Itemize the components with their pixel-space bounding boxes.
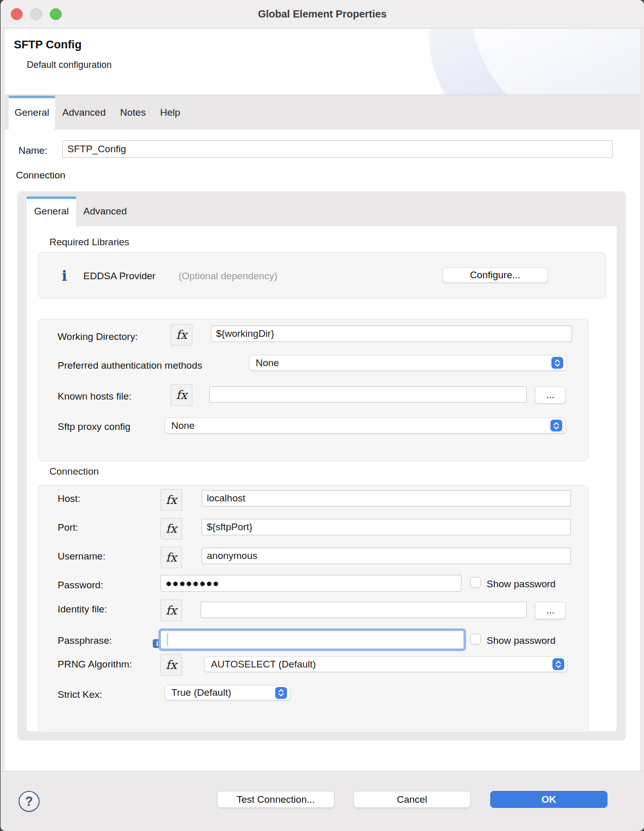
password-label: Password: <box>58 580 103 591</box>
password-dots: ●●●●●●●● <box>166 577 220 589</box>
strict-kex-value: True (Default) <box>171 687 275 698</box>
connection-group-label: Connection <box>16 170 65 181</box>
inner-tab-advanced-label: Advanced <box>83 206 127 217</box>
port-input[interactable]: ${sftpPort} <box>202 519 571 535</box>
minimize-window-icon[interactable] <box>30 8 42 20</box>
tab-general[interactable]: General <box>9 96 55 130</box>
tab-general-label: General <box>14 107 49 118</box>
fx-glyph: fx <box>166 551 176 564</box>
inner-general-panel: Required Libraries i EDDSA Provider (Opt… <box>27 226 617 731</box>
window-title: Global Element Properties <box>258 8 386 20</box>
required-libraries-heading: Required Libraries <box>49 237 129 248</box>
global-element-properties-dialog: Global Element Properties SFTP Config De… <box>0 0 644 831</box>
page-subtitle: Default configuration <box>27 60 112 70</box>
configure-button[interactable]: Configure... <box>442 267 548 283</box>
preferred-auth-select[interactable]: None <box>249 355 567 371</box>
prng-value: AUTOSELECT (Default) <box>211 659 552 670</box>
cancel-button[interactable]: Cancel <box>353 791 471 808</box>
working-directory-label: Working Directory: <box>58 331 138 342</box>
name-input[interactable]: SFTP_Config <box>62 140 613 158</box>
show-passphrase-checkbox[interactable] <box>470 634 481 644</box>
required-libraries-card: i EDDSA Provider (Optional dependency) C… <box>38 252 606 299</box>
general-settings-card: Working Directory: fx ${workingDir} Pref… <box>38 319 588 461</box>
identity-file-input[interactable] <box>201 602 527 618</box>
prng-label: PRNG Algorithm: <box>58 659 132 670</box>
identity-file-browse-button[interactable]: ... <box>535 602 566 619</box>
show-passphrase-label: Show password <box>487 635 556 646</box>
passphrase-input[interactable] <box>160 630 464 649</box>
strict-kex-label: Strict Kex: <box>58 689 102 700</box>
fx-glyph: fx <box>166 493 176 507</box>
known-hosts-label: Known hosts file: <box>58 391 132 402</box>
tab-help[interactable]: Help <box>153 96 187 130</box>
chevron-up-down-icon <box>551 357 563 369</box>
sftp-proxy-value: None <box>171 420 550 431</box>
tab-notes-label: Notes <box>120 107 146 118</box>
host-label: Host: <box>58 493 80 504</box>
identity-file-label: Identity file: <box>58 604 107 615</box>
connection-section-heading: Connection <box>49 466 99 477</box>
fx-expression-icon[interactable]: fx <box>160 654 182 676</box>
inner-tab-general-label: General <box>34 206 69 217</box>
fx-glyph: fx <box>176 328 187 341</box>
fx-glyph: fx <box>166 604 176 617</box>
ok-button[interactable]: OK <box>490 791 607 808</box>
fx-glyph: fx <box>176 388 187 402</box>
chevron-up-down-icon <box>275 687 287 699</box>
tab-advanced-label: Advanced <box>62 107 106 118</box>
username-label: Username: <box>58 551 105 562</box>
preferred-auth-value: None <box>256 357 551 369</box>
dialog-footer: ? Test Connection... Cancel OK <box>1 771 644 831</box>
info-glyph: i <box>156 640 158 647</box>
connection-settings-card: Host: fx localhost Port: fx ${sftpPort} … <box>38 485 588 733</box>
outer-tab-bar: General Advanced Notes Help <box>5 96 640 130</box>
strict-kex-select[interactable]: True (Default) <box>165 685 291 700</box>
known-hosts-browse-button[interactable]: ... <box>535 386 566 404</box>
inner-tab-advanced[interactable]: Advanced <box>76 196 134 226</box>
close-window-icon[interactable] <box>11 8 23 20</box>
tab-advanced[interactable]: Advanced <box>55 96 113 130</box>
connection-group: General Advanced Required Libraries i ED… <box>17 191 626 740</box>
tab-notes[interactable]: Notes <box>113 96 153 130</box>
username-input[interactable]: anonymous <box>202 548 571 564</box>
fx-expression-icon[interactable]: fx <box>160 518 182 539</box>
sftp-proxy-label: Sftp proxy config <box>58 421 131 432</box>
title-bar: Global Element Properties <box>1 0 644 28</box>
inner-tab-general[interactable]: General <box>27 196 76 226</box>
fx-expression-icon[interactable]: fx <box>160 600 182 621</box>
fx-glyph: fx <box>166 522 176 535</box>
show-password-checkbox[interactable] <box>470 577 481 588</box>
inner-tab-bar: General Advanced <box>27 196 617 226</box>
traffic-lights <box>11 8 62 20</box>
library-name: EDDSA Provider <box>83 270 155 282</box>
preferred-auth-label: Preferred authentication methods <box>58 360 202 371</box>
page-title: SFTP Config <box>14 38 82 51</box>
sftp-proxy-select[interactable]: None <box>165 418 566 433</box>
text-caret <box>167 634 168 646</box>
password-input[interactable]: ●●●●●●●● <box>160 575 461 592</box>
port-label: Port: <box>58 522 78 533</box>
test-connection-button[interactable]: Test Connection... <box>217 791 334 808</box>
fx-expression-icon[interactable]: fx <box>171 384 192 406</box>
chevron-up-down-icon <box>552 658 564 670</box>
dialog-header: SFTP Config Default configuration <box>5 29 640 95</box>
help-button[interactable]: ? <box>19 791 40 812</box>
known-hosts-input[interactable] <box>209 386 527 403</box>
passphrase-label: Passphrase: <box>58 635 112 646</box>
general-tab-page: Name: SFTP_Config Connection General Adv… <box>5 130 640 771</box>
working-directory-input[interactable]: ${workingDir} <box>211 326 572 342</box>
name-field-label: Name: <box>19 145 47 156</box>
fx-expression-icon[interactable]: fx <box>171 324 192 346</box>
tab-help-label: Help <box>160 107 180 118</box>
info-icon: i <box>62 269 67 283</box>
chevron-up-down-icon <box>550 420 562 431</box>
zoom-window-icon[interactable] <box>50 8 62 20</box>
show-password-label: Show password <box>487 579 556 590</box>
fx-glyph: fx <box>166 658 176 672</box>
fx-expression-icon[interactable]: fx <box>160 489 182 511</box>
host-input[interactable]: localhost <box>202 490 571 507</box>
prng-select[interactable]: AUTOSELECT (Default) <box>204 656 568 672</box>
library-note: (Optional dependency) <box>178 270 277 282</box>
fx-expression-icon[interactable]: fx <box>160 547 182 568</box>
question-mark-icon: ? <box>25 794 33 809</box>
